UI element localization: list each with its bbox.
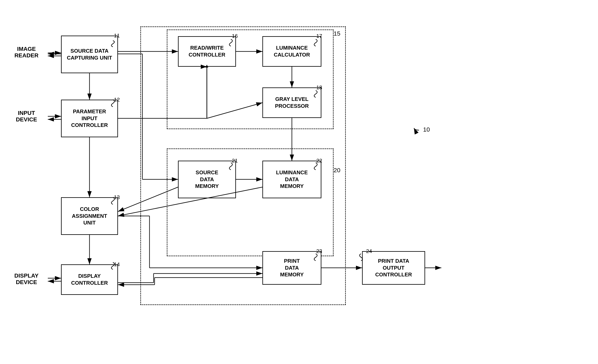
print-data-output-controller: PRINT DATAOUTPUTCONTROLLER [362, 251, 425, 285]
ref-15: 15 [333, 30, 340, 37]
ref-18: 18 [316, 84, 322, 91]
ref-13: 13 [114, 194, 120, 200]
ref-11: 11 [114, 33, 120, 39]
ref-21: 21 [232, 157, 238, 164]
diagram: SOURCE DATA CAPTURING UNIT 11 PARAMETERI… [0, 0, 598, 364]
color-assignment-unit: COLORASSIGNMENTUNIT [61, 197, 118, 235]
display-device-label: DISPLAYDEVICE [6, 273, 47, 286]
parameter-input-controller: PARAMETERINPUTCONTROLLER [61, 100, 118, 137]
readwrite-controller: READ/WRITECONTROLLER [178, 36, 236, 67]
input-device-label: INPUTDEVICE [6, 110, 47, 123]
luminance-calculator: LUMINANCECALCULATOR [262, 36, 321, 67]
ref-22: 22 [316, 157, 322, 164]
ref-24: 24 [366, 248, 372, 254]
ref-23: 23 [316, 248, 322, 254]
source-data-capturing-unit: SOURCE DATA CAPTURING UNIT [61, 36, 118, 73]
ref-17: 17 [316, 33, 322, 39]
luminance-data-memory: LUMINANCEDATAMEMORY [262, 161, 321, 198]
display-controller: DISPLAYCONTROLLER [61, 264, 118, 295]
ref-12: 12 [114, 97, 120, 103]
ref-20: 20 [333, 167, 340, 174]
ref-16: 16 [232, 33, 238, 39]
print-data-memory: PRINTDATAMEMORY [262, 251, 321, 285]
image-reader-label: IMAGEREADER [6, 46, 47, 59]
gray-level-processor: GRAY LEVELPROCESSOR [262, 87, 321, 118]
ref-10: 10 [423, 126, 430, 133]
source-data-memory: SOURCEDATAMEMORY [178, 161, 236, 198]
ref-14: 14 [114, 261, 120, 268]
